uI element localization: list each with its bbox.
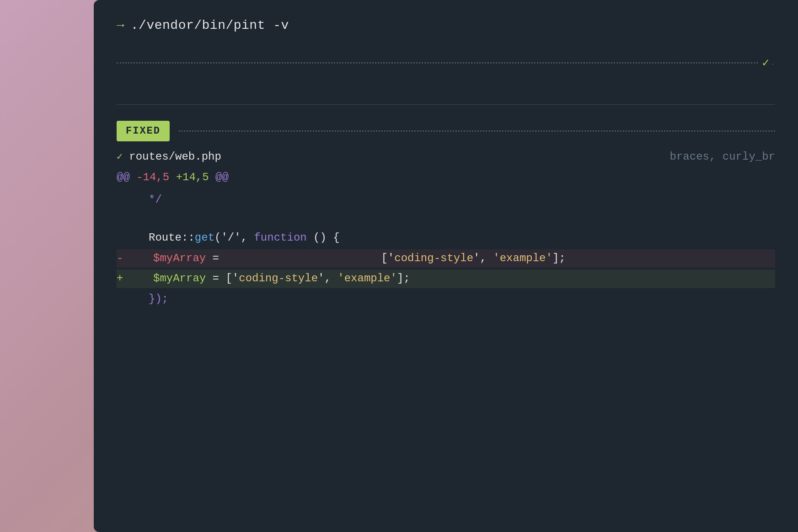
code-line-comment-close: */	[117, 191, 775, 210]
code-comment-end: */	[149, 191, 162, 210]
removed-string2: 'example'	[493, 249, 552, 268]
diff-minus-num: -14,5	[136, 171, 169, 183]
code-line-removed: - $myArray = ['coding-style', 'example']…	[117, 249, 775, 268]
diff-minus-marker: -	[117, 249, 130, 268]
diff-plus-marker: +	[117, 269, 130, 288]
removed-comma: ',	[473, 249, 493, 268]
terminal-window: → ./vendor/bin/pint -v ✓ . FIXED ✓ route…	[94, 0, 798, 532]
fixed-section: FIXED ✓ routes/web.php braces, curly_br …	[117, 121, 775, 309]
fixed-dotted-line	[179, 130, 775, 132]
file-check-icon: ✓	[117, 150, 123, 163]
fixed-header-row: FIXED	[117, 121, 775, 141]
removed-var: $myArray	[153, 249, 206, 268]
diff-at-prefix: @@	[117, 171, 136, 183]
arrow-icon: →	[117, 18, 124, 32]
section-divider	[117, 104, 775, 105]
removed-close: ];	[552, 249, 566, 268]
added-comma: ',	[318, 269, 337, 288]
progress-line: ✓ .	[117, 55, 775, 70]
file-right-info: braces, curly_br	[670, 150, 775, 163]
code-route-class: Route::	[149, 229, 195, 247]
removed-equals: =	[206, 249, 225, 268]
command-text: ./vendor/bin/pint -v	[131, 18, 289, 32]
dot-end: .	[770, 58, 775, 67]
removed-bracket-open: ['	[381, 249, 394, 268]
added-var: $myArray	[153, 269, 206, 288]
code-line-route: Route::get('/', function () {	[117, 229, 775, 247]
diff-at-suffix: @@	[209, 171, 229, 183]
code-route-paren: ('/',	[214, 229, 254, 247]
code-route-get: get	[195, 229, 214, 247]
code-line-closing: });	[117, 290, 775, 309]
checkmark-icon: ✓	[762, 55, 770, 70]
code-block: */ Route::get('/', function () { - $myAr…	[117, 191, 775, 309]
file-row: ✓ routes/web.php braces, curly_br	[117, 150, 775, 163]
file-left: ✓ routes/web.php	[117, 150, 221, 163]
file-name: routes/web.php	[129, 150, 221, 163]
added-equals: = ['	[206, 269, 239, 288]
fixed-badge: FIXED	[117, 121, 170, 141]
added-string2: 'example'	[337, 269, 397, 288]
added-string1: coding-style	[239, 269, 318, 288]
diff-header: @@ -14,5 +14,5 @@	[117, 171, 775, 183]
command-line: → ./vendor/bin/pint -v	[117, 18, 775, 32]
code-line-blank	[117, 211, 775, 227]
code-closing-brace: });	[149, 290, 168, 309]
dotted-line-bar	[117, 62, 758, 64]
removed-string1: coding-style	[394, 249, 473, 268]
code-line-added: + $myArray = ['coding-style', 'example']…	[117, 269, 775, 288]
diff-space	[169, 171, 176, 183]
added-close: ];	[397, 269, 410, 288]
code-function-keyword: function	[254, 229, 306, 247]
spacer-1	[117, 79, 775, 93]
code-route-rest: () {	[307, 229, 340, 247]
diff-plus-num: +14,5	[176, 171, 209, 183]
